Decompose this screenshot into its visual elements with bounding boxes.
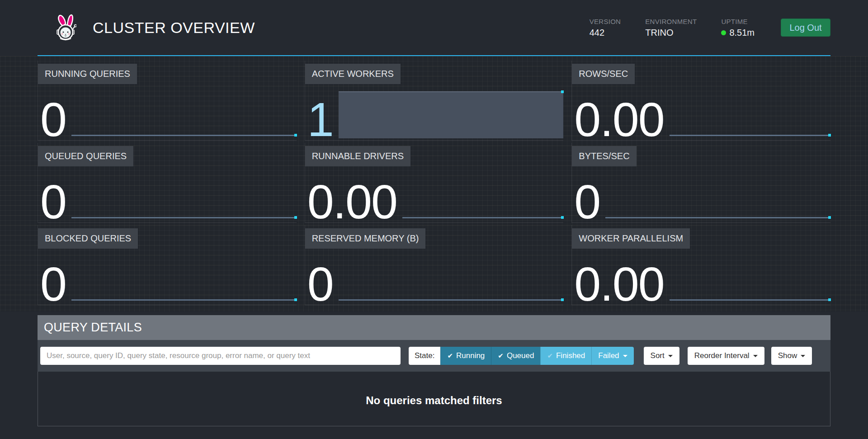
tile-value: 0.00: [307, 183, 397, 221]
tile-value: 0.00: [574, 100, 664, 138]
tile-value: 0: [40, 100, 66, 138]
tile-label: ACTIVE WORKERS: [305, 64, 401, 84]
caret-down-icon: [668, 355, 673, 357]
caret-down-icon: [623, 355, 627, 357]
query-list-area: No queries matched filters: [38, 372, 830, 426]
sparkline-chart: [605, 166, 830, 221]
meta-uptime: UPTIME 8.51m: [721, 18, 755, 38]
state-filter-failed-dropdown[interactable]: Failed: [591, 347, 633, 365]
sparkline-endpoint-dot: [828, 134, 831, 137]
sparkline-endpoint-dot: [294, 134, 297, 137]
tile-grid: RUNNING QUERIES 0 ACTIVE WORKERS 1: [38, 61, 830, 305]
check-icon: ✔: [547, 352, 553, 360]
tile-active-workers: ACTIVE WORKERS 1: [305, 61, 564, 141]
area-chart: [339, 84, 564, 138]
tile-value: 0: [574, 183, 600, 221]
trino-bunny-logo: [56, 14, 76, 42]
tile-runnable-drivers: RUNNABLE DRIVERS 0.00: [305, 143, 564, 223]
uptime-value-row: 8.51m: [721, 28, 755, 38]
active-workers-link[interactable]: 1: [307, 100, 333, 138]
tile-value: 0: [40, 265, 66, 303]
query-details-section: QUERY DETAILS State: ✔ Running ✔ Queued …: [38, 315, 830, 426]
sparkline-chart: [670, 249, 830, 303]
sparkline-chart: [670, 84, 830, 138]
tile-queued-queries: QUEUED QUERIES 0: [38, 143, 297, 223]
environment-label: ENVIRONMENT: [645, 18, 697, 25]
reorder-interval-dropdown-button[interactable]: Reorder Interval: [688, 347, 764, 365]
check-icon: ✔: [447, 352, 453, 360]
sparkline-chart: [71, 166, 297, 221]
tile-bytes-per-sec: BYTES/SEC 0: [571, 143, 830, 223]
cluster-metrics-panel: RUNNING QUERIES 0 ACTIVE WORKERS 1: [0, 56, 868, 312]
app-header: CLUSTER OVERVIEW VERSION 442 ENVIRONMENT…: [0, 0, 868, 55]
sparkline-chart: [339, 249, 564, 303]
sparkline-chart: [402, 166, 563, 221]
version-label: VERSION: [590, 18, 621, 25]
show-dropdown-button[interactable]: Show: [771, 347, 812, 365]
sort-dropdown-button[interactable]: Sort: [644, 347, 679, 365]
tile-label: RESERVED MEMORY (B): [305, 228, 426, 249]
tile-label: QUEUED QUERIES: [38, 146, 133, 166]
tile-worker-parallelism: WORKER PARALLELISM 0.00: [571, 225, 830, 305]
state-filter-queued[interactable]: ✔ Queued: [491, 347, 540, 365]
caret-down-icon: [753, 355, 758, 357]
query-details-title: QUERY DETAILS: [44, 321, 142, 335]
tile-label: RUNNING QUERIES: [38, 64, 137, 84]
tile-value: 0: [307, 265, 333, 303]
version-value: 442: [590, 28, 621, 38]
sparkline-endpoint-dot: [294, 216, 297, 219]
tile-label: WORKER PARALLELISM: [572, 228, 690, 249]
state-filter-finished[interactable]: ✔ Finished: [540, 347, 591, 365]
tile-label: ROWS/SEC: [572, 64, 635, 84]
tile-label: BLOCKED QUERIES: [38, 228, 138, 249]
tile-reserved-memory: RESERVED MEMORY (B) 0: [305, 225, 564, 305]
header-meta: VERSION 442 ENVIRONMENT TRINO UPTIME 8.5…: [590, 18, 830, 38]
meta-version: VERSION 442: [590, 18, 621, 38]
tile-running-queries: RUNNING QUERIES 0: [38, 61, 297, 141]
sparkline-chart: [71, 249, 297, 303]
check-icon: ✔: [498, 352, 504, 360]
state-filter-running[interactable]: ✔ Running: [440, 347, 491, 365]
uptime-value: 8.51m: [729, 28, 755, 38]
sparkline-endpoint-dot: [828, 216, 831, 219]
environment-value: TRINO: [645, 28, 697, 38]
query-details-header: QUERY DETAILS: [38, 315, 830, 340]
logout-button[interactable]: Log Out: [781, 19, 830, 37]
empty-queries-message: No queries matched filters: [366, 394, 502, 426]
caret-down-icon: [801, 355, 805, 357]
query-search-input[interactable]: [40, 347, 401, 365]
uptime-label: UPTIME: [721, 18, 755, 25]
state-filter-group: State: ✔ Running ✔ Queued ✔ Finished Fai…: [409, 347, 634, 365]
tile-label: RUNNABLE DRIVERS: [305, 146, 410, 166]
sparkline-endpoint-dot: [561, 90, 564, 93]
meta-environment: ENVIRONMENT TRINO: [645, 18, 697, 38]
tile-blocked-queries: BLOCKED QUERIES 0: [38, 225, 297, 305]
sparkline-endpoint-dot: [561, 216, 564, 219]
sparkline-endpoint-dot: [561, 298, 564, 301]
sparkline-endpoint-dot: [294, 298, 297, 301]
uptime-status-dot-icon: [721, 30, 726, 35]
sparkline-endpoint-dot: [828, 298, 831, 301]
state-filter-label: State:: [409, 347, 440, 365]
tile-value: 0: [40, 183, 66, 221]
page-title: CLUSTER OVERVIEW: [93, 19, 255, 37]
query-filter-toolbar: State: ✔ Running ✔ Queued ✔ Finished Fai…: [38, 340, 830, 372]
tile-value: 0.00: [574, 265, 664, 303]
tile-label: BYTES/SEC: [572, 146, 636, 166]
sparkline-chart: [71, 84, 297, 138]
tile-rows-per-sec: ROWS/SEC 0.00: [571, 61, 830, 141]
